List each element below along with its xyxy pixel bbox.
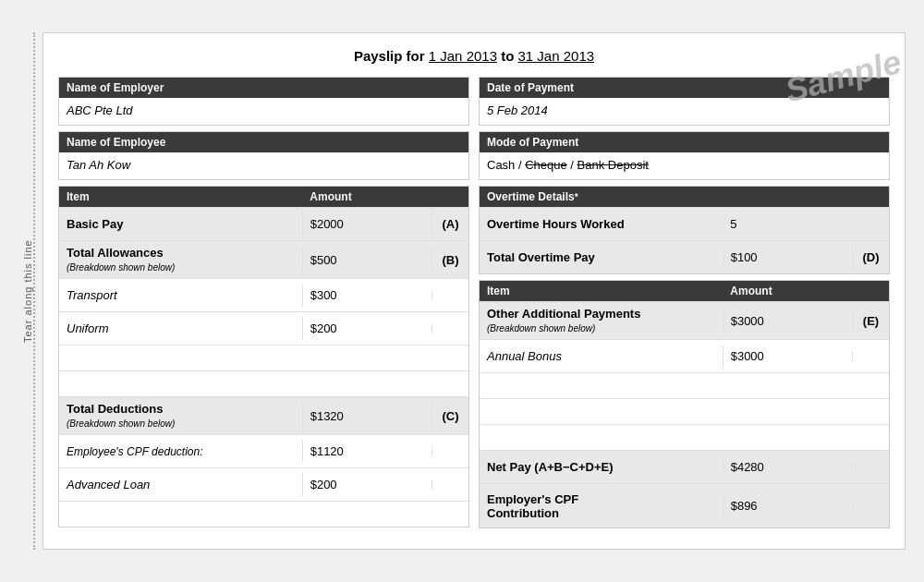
- table-row: Other Additional Payments (Breakdown sho…: [480, 301, 889, 339]
- right-table: Item Amount Other Additional Payments (B…: [479, 280, 890, 528]
- overtime-header: Overtime Details*: [480, 187, 889, 207]
- payment-date-block: Date of Payment 5 Feb 2014: [479, 77, 890, 126]
- total-overtime-item: Total Overtime Pay: [480, 246, 723, 269]
- payment-mode-block: Mode of Payment Cash / Cheque / Bank Dep…: [479, 131, 890, 180]
- right-col-label-header: [852, 281, 889, 301]
- col-label-header: [432, 187, 468, 207]
- uniform-item: Uniform: [59, 317, 302, 340]
- table-row: Total Allowances (Breakdown shown below)…: [59, 240, 468, 278]
- payment-date-value: 5 Feb 2014: [480, 98, 889, 125]
- left-column: Name of Employer ABC Pte Ltd Name of Emp…: [58, 77, 469, 528]
- right-col-amount-header: Amount: [723, 281, 852, 301]
- basic-pay-amount: $2000: [302, 212, 432, 236]
- basic-pay-item: Basic Pay: [59, 212, 302, 236]
- uniform-amount: $200: [302, 317, 432, 340]
- cpf-deduction-item: Employee's CPF deduction:: [59, 441, 302, 463]
- table-row: Total Overtime Pay $100 (D): [480, 240, 889, 273]
- payment-mode-value: Cash / Cheque / Bank Deposit: [480, 152, 889, 179]
- empty-row: [480, 398, 889, 424]
- overtime-header-amount: [723, 187, 852, 207]
- net-pay-item: Net Pay (A+B−C+D+E): [480, 455, 723, 479]
- transport-amount: $300: [302, 284, 432, 307]
- empty-row: [59, 370, 468, 396]
- overtime-label: Overtime Details*: [480, 187, 723, 207]
- payslip-container: Sample Payslip for 1 Jan 2013 to 31 Jan …: [43, 32, 906, 550]
- employer-value: ABC Pte Ltd: [59, 98, 468, 125]
- right-col-item-header: Item: [480, 281, 723, 301]
- left-table: Item Amount Basic Pay $2000 (A) Total Al…: [58, 186, 469, 527]
- right-table-header: Item Amount: [480, 281, 889, 301]
- advanced-loan-label: [432, 480, 468, 490]
- payment-mode-label: Mode of Payment: [480, 132, 889, 152]
- right-column: Date of Payment 5 Feb 2014 Mode of Payme…: [479, 77, 890, 528]
- tear-line: [33, 32, 35, 550]
- to-text: to: [501, 48, 514, 64]
- annual-bonus-amount: $3000: [723, 345, 852, 368]
- main-columns: Name of Employer ABC Pte Ltd Name of Emp…: [58, 77, 890, 528]
- transport-item: Transport: [59, 284, 302, 307]
- table-row: Advanced Loan $200: [59, 467, 468, 501]
- empty-row: [480, 372, 889, 398]
- other-payments-label: (E): [852, 309, 889, 333]
- total-overtime-label: (D): [852, 246, 889, 269]
- other-payments-amount: $3000: [723, 309, 852, 333]
- employer-cpf-amount: $896: [723, 494, 852, 517]
- annual-bonus-label: [852, 352, 889, 361]
- payment-date-label: Date of Payment: [480, 78, 889, 98]
- employer-label: Name of Employer: [59, 78, 468, 98]
- advanced-loan-amount: $200: [302, 473, 432, 496]
- table-row: Annual Bonus $3000: [480, 339, 889, 372]
- col-item-header: Item: [59, 187, 302, 207]
- employer-cpf-item: Employer's CPFContribution: [480, 488, 723, 525]
- employer-block: Name of Employer ABC Pte Ltd: [58, 77, 469, 126]
- basic-pay-label: (A): [432, 212, 468, 236]
- total-overtime-amount: $100: [723, 246, 852, 269]
- total-deductions-amount: $1320: [302, 405, 432, 428]
- total-allowances-item: Total Allowances (Breakdown shown below): [59, 241, 302, 278]
- table-row: Basic Pay $2000 (A): [59, 207, 468, 240]
- payment-mode-cheque: Cheque: [525, 158, 567, 172]
- overtime-header-label: [852, 187, 889, 207]
- table-row: Uniform $200: [59, 311, 468, 345]
- overtime-hours-amount: 5: [723, 212, 852, 236]
- table-row: Transport $300: [59, 278, 468, 311]
- total-deductions-label: (C): [432, 405, 468, 428]
- date-from: 1 Jan 2013: [429, 48, 497, 64]
- overtime-section: Overtime Details* Overtime Hours Worked …: [479, 186, 890, 274]
- net-pay-label: [852, 463, 889, 472]
- left-table-header: Item Amount: [59, 187, 468, 207]
- net-pay-amount: $4280: [723, 455, 852, 479]
- payslip-title: Payslip for: [354, 48, 425, 64]
- net-pay-row: Net Pay (A+B−C+D+E) $4280: [480, 450, 889, 483]
- table-row: Overtime Hours Worked 5: [480, 207, 889, 240]
- tear-label: Tear along this line: [18, 106, 33, 476]
- total-deductions-item: Total Deductions (Breakdown shown below): [59, 397, 302, 434]
- cpf-deduction-label: [432, 447, 468, 456]
- advanced-loan-item: Advanced Loan: [59, 473, 302, 496]
- payslip-header: Payslip for 1 Jan 2013 to 31 Jan 2013: [58, 48, 890, 64]
- date-to: 31 Jan 2013: [518, 48, 595, 64]
- annual-bonus-item: Annual Bonus: [480, 345, 723, 368]
- empty-row: [480, 424, 889, 450]
- employee-value: Tan Ah Kow: [59, 152, 468, 179]
- col-amount-header: Amount: [302, 187, 432, 207]
- employer-cpf-row: Employer's CPFContribution $896: [480, 483, 889, 527]
- employee-block: Name of Employee Tan Ah Kow: [58, 131, 469, 180]
- employer-cpf-label: [852, 502, 889, 511]
- empty-row: [59, 501, 468, 527]
- uniform-label: [432, 324, 468, 333]
- other-payments-item: Other Additional Payments (Breakdown sho…: [480, 302, 723, 339]
- table-row: Employee's CPF deduction: $1120: [59, 434, 468, 467]
- transport-label: [432, 291, 468, 300]
- payment-mode-suffix: / Bank Deposit: [570, 158, 649, 172]
- empty-row: [59, 345, 468, 370]
- table-row: Total Deductions (Breakdown shown below)…: [59, 396, 468, 434]
- total-allowances-amount: $500: [302, 249, 432, 272]
- total-allowances-label: (B): [432, 249, 468, 272]
- payment-mode-prefix: Cash /: [487, 158, 525, 172]
- cpf-deduction-amount: $1120: [302, 440, 432, 463]
- employee-label: Name of Employee: [59, 132, 468, 152]
- overtime-hours-item: Overtime Hours Worked: [480, 212, 723, 236]
